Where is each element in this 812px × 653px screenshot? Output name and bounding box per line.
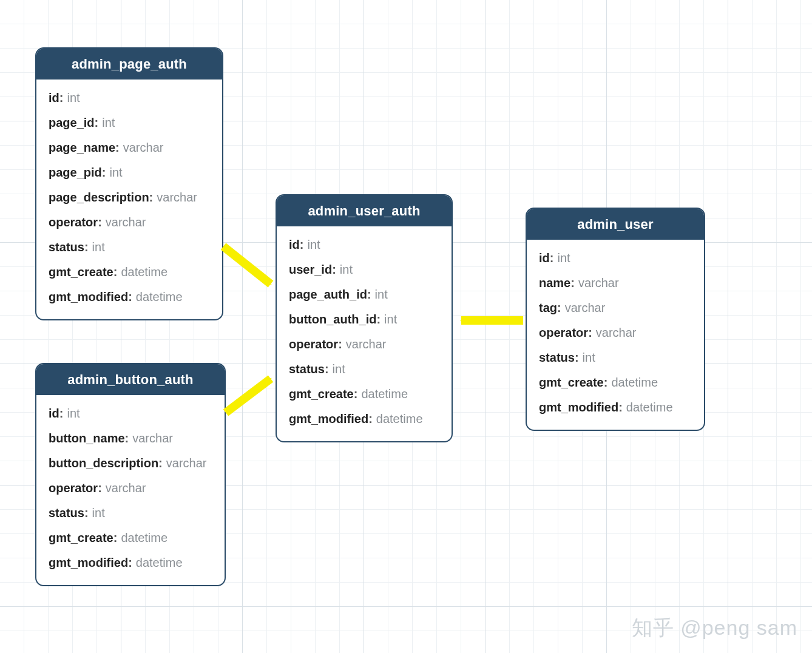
field-name: page_pid [49,165,102,180]
entity-admin-button-auth[interactable]: admin_button_auth id:intbutton_name:varc… [35,363,226,586]
field-row: user_id:int [289,257,439,282]
field-type: int [109,165,122,180]
field-separator: : [98,215,102,230]
field-type: int [307,237,320,252]
field-type: varchar [106,215,146,230]
field-row: button_name:varchar [49,426,212,451]
field-separator: : [84,240,89,255]
field-name: gmt_modified [289,411,368,427]
field-type: int [102,115,115,130]
entity-header: admin_button_auth [36,364,225,395]
field-row: status:int [539,345,692,370]
field-separator: : [618,400,623,415]
field-type: int [92,240,105,255]
field-separator: : [84,506,89,521]
field-name: page_description [49,190,149,205]
field-row: gmt_modified:datetime [49,285,210,310]
field-separator: : [604,375,608,390]
field-row: button_description:varchar [49,451,212,476]
field-row: page_pid:int [49,160,210,185]
field-separator: : [95,115,99,130]
arrow-button-auth-to-user-auth [226,379,271,413]
entity-body: id:intbutton_name:varcharbutton_descript… [36,395,225,585]
field-type: int [67,406,80,421]
entity-body: id:intname:varchartag:varcharoperator:va… [527,240,704,430]
field-separator: : [570,276,575,291]
field-name: id [49,90,59,106]
entity-header: admin_user [527,209,704,240]
field-type: varchar [123,140,164,155]
field-separator: : [59,406,64,421]
entity-body: id:intuser_id:intpage_auth_id:intbutton_… [277,226,452,441]
field-row: button_auth_id:int [289,307,439,332]
field-row: operator:varchar [49,476,212,501]
field-name: id [539,251,550,266]
entity-admin-page-auth[interactable]: admin_page_auth id:intpage_id:intpage_na… [35,47,223,320]
field-row: gmt_modified:datetime [539,395,692,420]
field-row: gmt_create:datetime [539,370,692,395]
field-name: gmt_create [539,375,604,390]
field-type: varchar [106,481,146,496]
field-type: int [583,350,595,365]
field-type: datetime [121,265,167,280]
field-type: varchar [166,456,207,471]
entity-header: admin_page_auth [36,49,222,80]
field-name: page_name [49,140,115,155]
entity-admin-user[interactable]: admin_user id:intname:varchartag:varchar… [526,208,705,431]
field-type: datetime [121,530,167,546]
field-type: int [557,251,570,266]
field-name: gmt_create [49,530,113,546]
field-separator: : [332,262,336,277]
field-separator: : [300,237,304,252]
field-separator: : [115,140,120,155]
field-row: gmt_create:datetime [49,260,210,285]
field-name: status [49,240,84,255]
field-name: operator [49,481,98,496]
field-name: id [289,237,300,252]
field-row: page_id:int [49,110,210,135]
entity-header: admin_user_auth [277,195,452,226]
field-type: datetime [626,400,673,415]
field-separator: : [550,251,554,266]
field-type: int [333,362,345,377]
field-name: button_name [49,431,125,446]
field-separator: : [158,456,163,471]
field-name: status [539,350,575,365]
field-row: page_auth_id:int [289,282,439,307]
field-name: operator [289,337,338,352]
field-name: gmt_create [49,265,113,280]
field-type: datetime [611,375,658,390]
field-row: id:int [49,401,212,426]
field-type: datetime [376,411,423,427]
arrow-page-auth-to-user-auth [223,246,271,284]
entity-body: id:intpage_id:intpage_name:varcharpage_p… [36,80,222,319]
field-type: datetime [136,555,183,570]
field-separator: : [98,481,102,496]
field-name: tag [539,300,557,316]
field-separator: : [557,300,561,316]
field-row: tag:varchar [539,296,692,320]
field-name: status [49,506,84,521]
field-name: gmt_modified [49,289,128,305]
field-separator: : [125,431,129,446]
field-type: varchar [565,300,606,316]
field-row: operator:varchar [49,210,210,235]
field-type: int [92,506,105,521]
field-name: gmt_create [289,387,354,402]
field-row: id:int [49,86,210,110]
field-name: gmt_modified [539,400,618,415]
field-separator: : [59,90,64,106]
field-type: int [340,262,353,277]
field-type: varchar [578,276,619,291]
field-row: status:int [289,357,439,382]
field-row: id:int [289,232,439,257]
field-separator: : [128,555,132,570]
field-row: status:int [49,235,210,260]
field-row: operator:varchar [289,332,439,357]
field-name: user_id [289,262,332,277]
field-separator: : [367,287,371,302]
field-row: page_description:varchar [49,185,210,210]
field-type: varchar [132,431,173,446]
field-row: name:varchar [539,271,692,296]
entity-admin-user-auth[interactable]: admin_user_auth id:intuser_id:intpage_au… [276,194,453,442]
